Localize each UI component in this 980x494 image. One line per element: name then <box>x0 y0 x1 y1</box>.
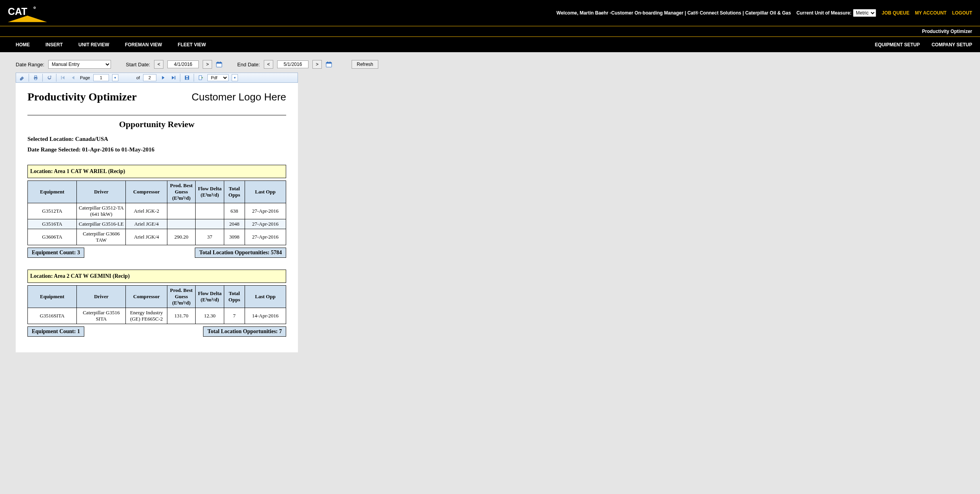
equipment-count: Equipment Count: 1 <box>27 326 84 337</box>
start-date-input[interactable] <box>167 60 199 68</box>
nav-equipment-setup[interactable]: EQUIPMENT SETUP <box>875 42 920 47</box>
of-label: of <box>136 75 140 80</box>
my-account-link[interactable]: MY ACCOUNT <box>915 10 947 16</box>
customer-logo-placeholder: Customer Logo Here <box>192 91 286 103</box>
table-row: G3512TACaterpillar G3512-TA (641 bkW)Ari… <box>28 203 286 219</box>
nav-bar: HOME INSERT UNIT REVIEW FOREMAN VIEW FLE… <box>0 36 980 52</box>
svg-rect-5 <box>216 62 222 64</box>
summary-row: Equipment Count: 3Total Location Opportu… <box>27 248 286 258</box>
svg-rect-24 <box>186 78 188 80</box>
table-cell: Caterpillar G3516 SITA <box>77 308 126 324</box>
table-cell <box>196 219 224 229</box>
table-cell: Ariel JGK/4 <box>126 229 167 245</box>
job-queue-link[interactable]: JOB QUEUE <box>882 10 909 16</box>
table-cell: Ariel JGK-2 <box>126 203 167 219</box>
table-row: G3606TACaterpillar G3606 TAWAriel JGK/42… <box>28 229 286 245</box>
svg-rect-6 <box>218 62 218 63</box>
logout-link[interactable]: LOGOUT <box>952 10 972 16</box>
nav-unit-review[interactable]: UNIT REVIEW <box>78 42 109 47</box>
column-header: Equipment <box>28 181 77 203</box>
table-cell: Caterpillar G3606 TAW <box>77 229 126 245</box>
table-cell <box>167 219 195 229</box>
prev-page-button[interactable] <box>70 74 77 81</box>
table-cell: 27-Apr-2016 <box>245 229 286 245</box>
nav-fleet-view[interactable]: FLEET VIEW <box>178 42 206 47</box>
date-range-label: Date Range: <box>16 62 44 67</box>
svg-rect-25 <box>199 76 202 80</box>
start-date-prev-button[interactable]: < <box>154 60 163 69</box>
first-page-button[interactable] <box>60 74 67 81</box>
export-format-dd[interactable]: ▼ <box>232 74 238 81</box>
svg-rect-14 <box>34 78 36 80</box>
start-date-next-button[interactable]: > <box>203 60 212 69</box>
svg-rect-7 <box>220 62 221 63</box>
refresh-button[interactable]: Refresh <box>352 60 378 69</box>
divider <box>27 115 286 115</box>
start-date-label: Start Date: <box>126 62 150 67</box>
svg-rect-21 <box>174 76 175 80</box>
filter-controls: Date Range: Manual Entry Start Date: < >… <box>16 60 964 69</box>
svg-marker-17 <box>62 76 64 80</box>
nav-foreman-view[interactable]: FOREMAN VIEW <box>125 42 162 47</box>
location-header: Location: Area 1 CAT W ARIEL (Recip) <box>27 165 286 178</box>
svg-marker-15 <box>51 75 52 77</box>
table-cell: G3516TA <box>28 219 77 229</box>
equipment-table: EquipmentDriverCompressorProd. Best Gues… <box>27 285 286 324</box>
column-header: Equipment <box>28 286 77 308</box>
svg-marker-20 <box>172 76 174 80</box>
table-cell: 638 <box>224 203 245 219</box>
end-date-prev-button[interactable]: < <box>264 60 273 69</box>
table-cell: 290.20 <box>167 229 195 245</box>
equipment-count: Equipment Count: 3 <box>27 248 84 258</box>
header-top: CAT R Welcome, Martin Baehr -Customer On… <box>0 0 980 26</box>
column-header: Prod. Best Guess (E³m³/d) <box>167 181 195 203</box>
save-icon[interactable] <box>183 74 191 81</box>
table-cell: 2048 <box>224 219 245 229</box>
report-title: Productivity Optimizer <box>27 91 137 103</box>
column-header: Compressor <box>126 181 167 203</box>
nav-insert[interactable]: INSERT <box>45 42 63 47</box>
end-date-label: End Date: <box>237 62 260 67</box>
selected-location: Selected Location: Canada/USA <box>27 136 286 142</box>
column-header: Last Opp <box>245 286 286 308</box>
uom-select[interactable]: Metric <box>853 9 876 17</box>
table-cell: Ariel JGE/4 <box>126 219 167 229</box>
table-cell: 14-Apr-2016 <box>245 308 286 324</box>
end-date-input[interactable] <box>277 60 309 68</box>
export-format-select[interactable]: Pdf <box>207 74 229 81</box>
svg-marker-18 <box>72 76 74 80</box>
next-page-button[interactable] <box>160 74 167 81</box>
viewer-toolbar: Page ▼ of 2 Pdf ▼ <box>16 73 298 83</box>
table-cell: G3516SITA <box>28 308 77 324</box>
end-date-next-button[interactable]: > <box>312 60 322 69</box>
table-row: G3516TACaterpillar G3516-LEAriel JGE/420… <box>28 219 286 229</box>
total-location-opportunities: Total Location Opportunities: 5784 <box>195 248 286 258</box>
refresh-icon[interactable] <box>46 74 53 81</box>
equipment-table: EquipmentDriverCompressorProd. Best Gues… <box>27 180 286 245</box>
table-cell: Caterpillar G3512-TA (641 bkW) <box>77 203 126 219</box>
export-icon[interactable] <box>197 74 204 81</box>
print-icon[interactable] <box>32 74 39 81</box>
table-cell: Caterpillar G3516-LE <box>77 219 126 229</box>
summary-row: Equipment Count: 1Total Location Opportu… <box>27 326 286 337</box>
uom-label: Current Unit of Measure: <box>797 10 852 16</box>
table-cell: 131.70 <box>167 308 195 324</box>
eraser-icon[interactable] <box>18 74 25 81</box>
svg-rect-23 <box>186 76 188 78</box>
page-current-input[interactable] <box>93 74 109 81</box>
table-cell: 7 <box>224 308 245 324</box>
svg-text:CAT: CAT <box>8 6 27 17</box>
calendar-icon[interactable] <box>216 61 222 67</box>
column-header: Driver <box>77 181 126 203</box>
total-location-opportunities: Total Location Opportunities: 7 <box>203 326 286 337</box>
nav-home[interactable]: HOME <box>16 42 30 47</box>
date-range-select[interactable]: Manual Entry <box>48 60 111 69</box>
nav-company-setup[interactable]: COMPANY SETUP <box>931 42 972 47</box>
calendar-icon[interactable] <box>326 61 332 67</box>
last-page-button[interactable] <box>170 74 177 81</box>
section-heading: Opportunity Review <box>27 119 286 129</box>
svg-marker-26 <box>202 77 203 78</box>
table-cell: 37 <box>196 229 224 245</box>
page-dropdown-button[interactable]: ▼ <box>112 74 118 81</box>
date-range-meta: Date Range Selected: 01-Apr-2016 to 01-M… <box>27 146 286 153</box>
